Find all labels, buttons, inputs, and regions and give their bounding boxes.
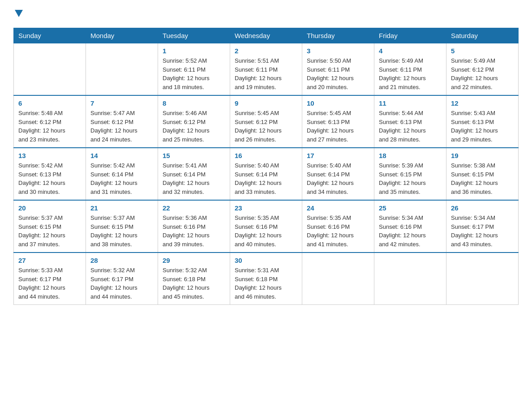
page-header	[13, 9, 519, 20]
day-number: 17	[307, 152, 369, 159]
calendar-cell: 10Sunrise: 5:45 AMSunset: 6:13 PMDayligh…	[302, 95, 374, 148]
calendar-week-row-2: 6Sunrise: 5:48 AMSunset: 6:12 PMDaylight…	[14, 95, 519, 148]
calendar-cell	[86, 43, 158, 96]
day-info: Sunrise: 5:46 AMSunset: 6:12 PMDaylight:…	[163, 109, 225, 144]
weekday-header-wednesday: Wednesday	[230, 28, 302, 43]
day-info: Sunrise: 5:50 AMSunset: 6:11 PMDaylight:…	[307, 56, 369, 91]
weekday-header-sunday: Sunday	[14, 28, 86, 43]
calendar-cell: 19Sunrise: 5:38 AMSunset: 6:15 PMDayligh…	[446, 148, 519, 200]
day-info: Sunrise: 5:49 AMSunset: 6:11 PMDaylight:…	[379, 56, 442, 91]
day-number: 9	[235, 99, 297, 107]
day-number: 27	[18, 257, 81, 264]
calendar-week-row-4: 20Sunrise: 5:37 AMSunset: 6:15 PMDayligh…	[14, 200, 519, 253]
day-number: 20	[18, 204, 81, 212]
day-info: Sunrise: 5:43 AMSunset: 6:13 PMDaylight:…	[451, 109, 514, 144]
calendar-cell	[14, 43, 86, 96]
calendar-cell: 12Sunrise: 5:43 AMSunset: 6:13 PMDayligh…	[446, 95, 519, 148]
weekday-header-saturday: Saturday	[446, 28, 519, 43]
day-number: 25	[379, 204, 442, 212]
day-number: 29	[163, 257, 225, 264]
calendar-cell: 1Sunrise: 5:52 AMSunset: 6:11 PMDaylight…	[158, 43, 230, 96]
day-number: 8	[163, 99, 225, 107]
day-number: 30	[235, 257, 297, 264]
day-info: Sunrise: 5:40 AMSunset: 6:14 PMDaylight:…	[235, 161, 297, 196]
calendar-cell	[446, 253, 519, 305]
day-number: 16	[235, 152, 297, 159]
day-number: 19	[451, 152, 514, 159]
calendar-cell: 24Sunrise: 5:35 AMSunset: 6:16 PMDayligh…	[302, 200, 374, 253]
day-info: Sunrise: 5:36 AMSunset: 6:16 PMDaylight:…	[163, 214, 225, 248]
calendar-cell: 23Sunrise: 5:35 AMSunset: 6:16 PMDayligh…	[230, 200, 302, 253]
logo	[13, 9, 23, 20]
calendar-week-row-5: 27Sunrise: 5:33 AMSunset: 6:17 PMDayligh…	[14, 253, 519, 305]
calendar-week-row-1: 1Sunrise: 5:52 AMSunset: 6:11 PMDaylight…	[14, 43, 519, 96]
calendar-cell: 8Sunrise: 5:46 AMSunset: 6:12 PMDaylight…	[158, 95, 230, 148]
day-info: Sunrise: 5:32 AMSunset: 6:18 PMDaylight:…	[163, 266, 225, 301]
day-number: 22	[163, 204, 225, 212]
day-info: Sunrise: 5:52 AMSunset: 6:11 PMDaylight:…	[163, 56, 225, 91]
calendar-cell: 20Sunrise: 5:37 AMSunset: 6:15 PMDayligh…	[14, 200, 86, 253]
day-info: Sunrise: 5:32 AMSunset: 6:17 PMDaylight:…	[90, 266, 153, 301]
day-info: Sunrise: 5:34 AMSunset: 6:17 PMDaylight:…	[451, 214, 514, 248]
day-number: 4	[379, 47, 442, 55]
calendar-cell: 18Sunrise: 5:39 AMSunset: 6:15 PMDayligh…	[374, 148, 446, 200]
calendar-cell: 16Sunrise: 5:40 AMSunset: 6:14 PMDayligh…	[230, 148, 302, 200]
day-info: Sunrise: 5:38 AMSunset: 6:15 PMDaylight:…	[451, 161, 514, 196]
calendar-cell: 25Sunrise: 5:34 AMSunset: 6:16 PMDayligh…	[374, 200, 446, 253]
day-info: Sunrise: 5:48 AMSunset: 6:12 PMDaylight:…	[18, 109, 81, 144]
day-info: Sunrise: 5:35 AMSunset: 6:16 PMDaylight:…	[307, 214, 369, 248]
weekday-header-tuesday: Tuesday	[158, 28, 230, 43]
day-info: Sunrise: 5:33 AMSunset: 6:17 PMDaylight:…	[18, 266, 81, 301]
weekday-header-row: SundayMondayTuesdayWednesdayThursdayFrid…	[14, 28, 519, 43]
day-number: 1	[163, 47, 225, 55]
day-number: 15	[163, 152, 225, 159]
calendar-cell: 2Sunrise: 5:51 AMSunset: 6:11 PMDaylight…	[230, 43, 302, 96]
weekday-header-monday: Monday	[86, 28, 158, 43]
calendar-cell: 3Sunrise: 5:50 AMSunset: 6:11 PMDaylight…	[302, 43, 374, 96]
calendar-week-row-3: 13Sunrise: 5:42 AMSunset: 6:13 PMDayligh…	[14, 148, 519, 200]
day-info: Sunrise: 5:35 AMSunset: 6:16 PMDaylight:…	[235, 214, 297, 248]
day-number: 3	[307, 47, 369, 55]
day-info: Sunrise: 5:39 AMSunset: 6:15 PMDaylight:…	[379, 161, 442, 196]
day-info: Sunrise: 5:42 AMSunset: 6:14 PMDaylight:…	[90, 161, 153, 196]
calendar-cell: 6Sunrise: 5:48 AMSunset: 6:12 PMDaylight…	[14, 95, 86, 148]
calendar-cell: 22Sunrise: 5:36 AMSunset: 6:16 PMDayligh…	[158, 200, 230, 253]
day-info: Sunrise: 5:31 AMSunset: 6:18 PMDaylight:…	[235, 266, 297, 301]
logo-triangle-icon	[15, 10, 23, 18]
day-number: 11	[379, 99, 442, 107]
day-number: 14	[90, 152, 153, 159]
calendar-cell: 13Sunrise: 5:42 AMSunset: 6:13 PMDayligh…	[14, 148, 86, 200]
day-info: Sunrise: 5:40 AMSunset: 6:14 PMDaylight:…	[307, 161, 369, 196]
day-number: 28	[90, 257, 153, 264]
day-number: 5	[451, 47, 514, 55]
calendar-cell: 5Sunrise: 5:49 AMSunset: 6:12 PMDaylight…	[446, 43, 519, 96]
calendar-cell: 28Sunrise: 5:32 AMSunset: 6:17 PMDayligh…	[86, 253, 158, 305]
calendar-cell: 26Sunrise: 5:34 AMSunset: 6:17 PMDayligh…	[446, 200, 519, 253]
day-number: 10	[307, 99, 369, 107]
day-number: 23	[235, 204, 297, 212]
day-number: 7	[90, 99, 153, 107]
day-info: Sunrise: 5:41 AMSunset: 6:14 PMDaylight:…	[163, 161, 225, 196]
day-info: Sunrise: 5:34 AMSunset: 6:16 PMDaylight:…	[379, 214, 442, 248]
calendar-cell: 29Sunrise: 5:32 AMSunset: 6:18 PMDayligh…	[158, 253, 230, 305]
day-number: 13	[18, 152, 81, 159]
calendar-cell: 21Sunrise: 5:37 AMSunset: 6:15 PMDayligh…	[86, 200, 158, 253]
day-number: 26	[451, 204, 514, 212]
calendar-cell: 9Sunrise: 5:45 AMSunset: 6:12 PMDaylight…	[230, 95, 302, 148]
day-number: 2	[235, 47, 297, 55]
day-info: Sunrise: 5:37 AMSunset: 6:15 PMDaylight:…	[90, 214, 153, 248]
day-info: Sunrise: 5:47 AMSunset: 6:12 PMDaylight:…	[90, 109, 153, 144]
day-number: 6	[18, 99, 81, 107]
day-info: Sunrise: 5:51 AMSunset: 6:11 PMDaylight:…	[235, 56, 297, 91]
calendar-cell	[302, 253, 374, 305]
calendar-cell: 4Sunrise: 5:49 AMSunset: 6:11 PMDaylight…	[374, 43, 446, 96]
weekday-header-friday: Friday	[374, 28, 446, 43]
calendar-cell: 7Sunrise: 5:47 AMSunset: 6:12 PMDaylight…	[86, 95, 158, 148]
day-info: Sunrise: 5:49 AMSunset: 6:12 PMDaylight:…	[451, 56, 514, 91]
calendar-cell: 15Sunrise: 5:41 AMSunset: 6:14 PMDayligh…	[158, 148, 230, 200]
calendar-cell	[374, 253, 446, 305]
calendar-cell: 27Sunrise: 5:33 AMSunset: 6:17 PMDayligh…	[14, 253, 86, 305]
day-info: Sunrise: 5:45 AMSunset: 6:13 PMDaylight:…	[307, 109, 369, 144]
day-number: 24	[307, 204, 369, 212]
calendar-cell: 14Sunrise: 5:42 AMSunset: 6:14 PMDayligh…	[86, 148, 158, 200]
